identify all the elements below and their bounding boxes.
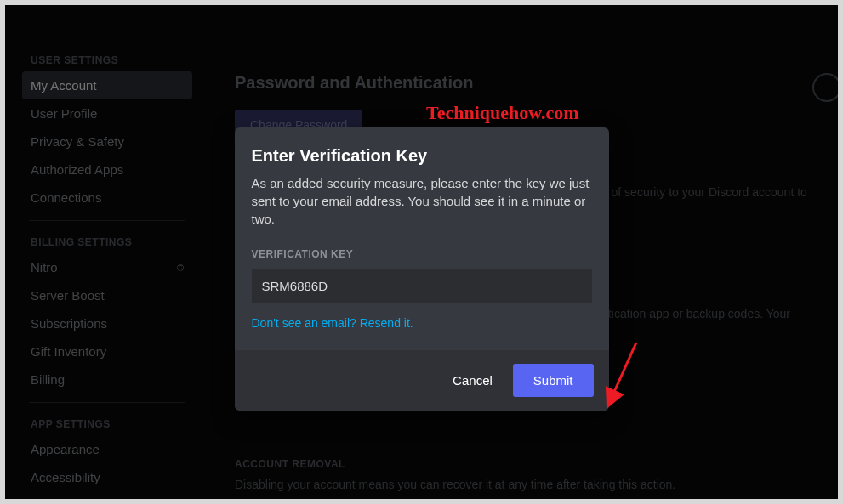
modal-title: Enter Verification Key — [252, 146, 592, 166]
cancel-button[interactable]: Cancel — [449, 365, 496, 396]
verification-key-input[interactable] — [252, 269, 592, 303]
app-container: USER SETTINGS My Account User Profile Pr… — [5, 5, 838, 499]
modal-footer: Cancel Submit — [235, 350, 609, 411]
modal-overlay: Enter Verification Key As an added secur… — [5, 5, 838, 499]
modal-body: Enter Verification Key As an added secur… — [235, 127, 609, 350]
resend-email-link[interactable]: Don't see an email? Resend it. — [252, 316, 413, 330]
watermark-text: Techniquehow.com — [426, 102, 579, 124]
verification-key-label: VERIFICATION KEY — [252, 248, 592, 260]
verification-modal: Enter Verification Key As an added secur… — [235, 127, 609, 411]
submit-button[interactable]: Submit — [513, 364, 594, 397]
modal-description: As an added security measure, please ent… — [252, 174, 592, 228]
